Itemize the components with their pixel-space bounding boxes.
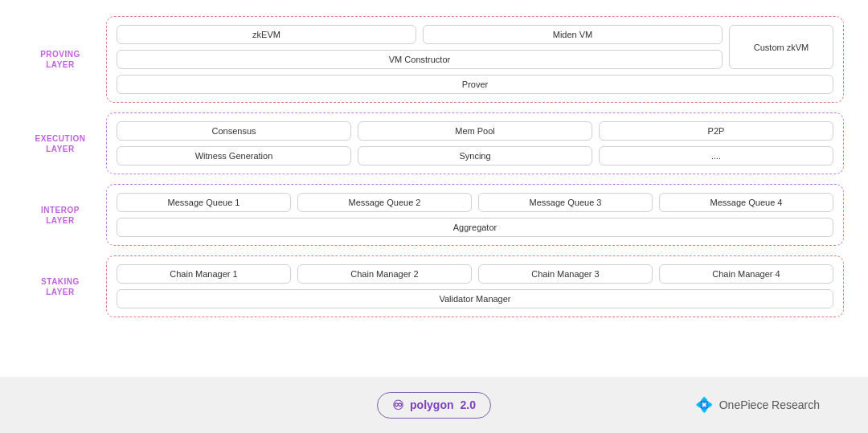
p2p-box: P2P xyxy=(599,121,833,141)
chain-manager-3-box: Chain Manager 3 xyxy=(478,264,653,284)
execution-layer-box: Consensus Mem Pool P2P Witness Generatio… xyxy=(106,112,844,174)
footer: ♾ polygon 2.0 💠 OnePiece Research xyxy=(0,377,868,433)
proving-layer-box: zkEVM Miden VM VM Constructor Custom zkV… xyxy=(106,16,844,103)
proving-layer-row: PROVINGLAYER zkEVM Miden VM VM Construct… xyxy=(24,16,844,103)
proving-layer-label: PROVINGLAYER xyxy=(24,49,96,70)
aggregator-box: Aggregator xyxy=(117,218,833,237)
proving-top-row: zkEVM Miden VM xyxy=(117,25,723,44)
interop-row1: Message Queue 1 Message Queue 2 Message … xyxy=(117,193,833,212)
polygon-icon: ♾ xyxy=(392,398,403,413)
execution-row1: Consensus Mem Pool P2P xyxy=(117,121,833,141)
main-content: PROVINGLAYER zkEVM Miden VM VM Construct… xyxy=(0,0,868,377)
execution-layer-label: EXECUTIONLAYER xyxy=(24,133,96,154)
message-queue-3-box: Message Queue 3 xyxy=(478,193,653,212)
custom-zkvm-box: Custom zkVM xyxy=(729,25,833,69)
onepiece-icon: 💠 xyxy=(695,396,713,414)
prover-box: Prover xyxy=(117,75,833,94)
consensus-box: Consensus xyxy=(117,121,351,141)
syncing-box: Syncing xyxy=(358,146,592,165)
polygon-logo: ♾ polygon 2.0 xyxy=(377,392,491,419)
staking-layer-label: STAKINGLAYER xyxy=(24,276,96,297)
message-queue-2-box: Message Queue 2 xyxy=(297,193,472,212)
message-queue-1-box: Message Queue 1 xyxy=(117,193,291,212)
interop-layer-label: INTEROPLAYER xyxy=(24,205,96,226)
interop-layer-box: Message Queue 1 Message Queue 2 Message … xyxy=(106,184,844,246)
staking-row1: Chain Manager 1 Chain Manager 2 Chain Ma… xyxy=(117,264,833,284)
proving-top-section: zkEVM Miden VM VM Constructor Custom zkV… xyxy=(117,25,833,69)
chain-manager-1-box: Chain Manager 1 xyxy=(117,264,291,284)
mem-pool-box: Mem Pool xyxy=(358,121,592,141)
zkevm-box: zkEVM xyxy=(117,25,416,44)
chain-manager-2-box: Chain Manager 2 xyxy=(297,264,472,284)
vm-constructor-box: VM Constructor xyxy=(117,50,723,69)
validator-manager-box: Validator Manager xyxy=(117,289,833,308)
proving-left-section: zkEVM Miden VM VM Constructor xyxy=(117,25,723,69)
execution-layer-row: EXECUTIONLAYER Consensus Mem Pool P2P Wi… xyxy=(24,112,844,174)
miden-vm-box: Miden VM xyxy=(423,25,723,44)
execution-row2: Witness Generation Syncing .... xyxy=(117,146,833,165)
staking-layer-box: Chain Manager 1 Chain Manager 2 Chain Ma… xyxy=(106,255,844,317)
polygon-version: 2.0 xyxy=(460,398,475,411)
onepiece-label: OnePiece Research xyxy=(719,398,820,411)
polygon-label: polygon xyxy=(410,398,453,411)
witness-generation-box: Witness Generation xyxy=(117,146,351,165)
dots-box: .... xyxy=(599,146,833,165)
interop-layer-row: INTEROPLAYER Message Queue 1 Message Que… xyxy=(24,184,844,246)
chain-manager-4-box: Chain Manager 4 xyxy=(659,264,833,284)
message-queue-4-box: Message Queue 4 xyxy=(659,193,833,212)
staking-layer-row: STAKINGLAYER Chain Manager 1 Chain Manag… xyxy=(24,255,844,317)
onepiece-research: 💠 OnePiece Research xyxy=(695,396,820,414)
